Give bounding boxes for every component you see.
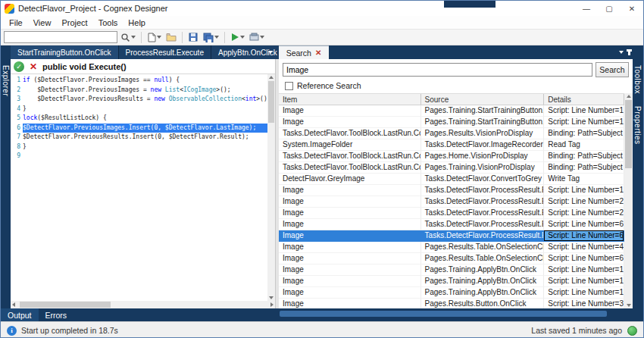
tab-processresult-execute[interactable]: ProcessResult.Execute: [119, 45, 211, 59]
editor-header: ✓ ✕ public void Execute(): [11, 59, 275, 74]
pin-icon[interactable]: [628, 49, 630, 55]
code-line[interactable]: [23, 152, 267, 161]
cell-item: System.ImageFolder: [279, 139, 421, 151]
search-button[interactable]: Search: [596, 62, 629, 77]
sidebar-tab-properties[interactable]: Properties: [633, 100, 642, 151]
menu-project[interactable]: Project: [56, 18, 92, 27]
menu-view[interactable]: View: [28, 18, 57, 27]
cell-details: Script: Line Number=6: [544, 230, 624, 242]
sidebar-tab-toolbox[interactable]: Toolbox: [633, 59, 642, 100]
code-line[interactable]: }: [23, 142, 267, 152]
method-signature: public void Execute(): [42, 62, 127, 71]
search-result-row[interactable]: Tasks.DetectFlavor.ToolBlock.LastRun.Cog…: [279, 162, 624, 174]
column-header-details[interactable]: Details: [544, 94, 624, 105]
close-button[interactable]: ✕: [621, 1, 643, 16]
line-number: 7: [11, 133, 20, 142]
accept-script-button[interactable]: ✓: [14, 61, 24, 72]
cancel-script-button[interactable]: ✕: [28, 61, 39, 72]
cell-details: Read Tag: [544, 139, 624, 151]
reference-search-checkbox[interactable]: [285, 82, 293, 90]
cell-item: Image: [279, 208, 421, 219]
cell-item: Image: [279, 105, 421, 117]
editor-vscrollbar[interactable]: [267, 74, 275, 301]
search-result-row[interactable]: ImagePages.Training.ApplyBtn.OnClickScri…: [279, 276, 624, 287]
new-script-icon[interactable]: [145, 30, 163, 44]
tab-starttrainingbutton-onclick[interactable]: StartTrainingButton.OnClick: [11, 45, 119, 59]
toolbar-separator: [141, 32, 142, 43]
deploy-icon[interactable]: [248, 30, 266, 44]
scrollbar-thumb[interactable]: [625, 100, 632, 168]
code-line[interactable]: $DetectFlavor.PreviousResults = new Obse…: [23, 95, 267, 105]
search-result-row[interactable]: ImagePages.Training.ApplyBtn.OnClickScri…: [279, 287, 624, 299]
menu-file[interactable]: File: [4, 18, 28, 27]
scroll-down-icon[interactable]: [627, 304, 631, 307]
code-line[interactable]: $DetectFlavor.PreviousResults.Insert(0, …: [23, 133, 267, 142]
search-result-row[interactable]: ImageTasks.DetectFlavor.ProcessResult.Ex…: [279, 196, 624, 208]
scrollbar-thumb[interactable]: [268, 81, 274, 123]
editor-hscrollbar[interactable]: [11, 301, 275, 308]
cell-details: Binding: Path=Subject: [544, 128, 624, 139]
search-icon[interactable]: [119, 30, 137, 44]
search-result-row[interactable]: ImageTasks.DetectFlavor.ProcessResult.Ex…: [279, 219, 624, 230]
scroll-down-icon[interactable]: [269, 296, 274, 299]
script-editor: ✓ ✕ public void Execute() 123456789 if (…: [11, 59, 276, 308]
search-result-row[interactable]: ImagePages.Training.StartTrainingButton.…: [279, 117, 624, 128]
status-bar: i Start up completed in 18.7s Last saved…: [1, 321, 643, 338]
titlebar-artifact: [444, 1, 496, 8]
code-line[interactable]: if ($DetectFlavor.PreviousImages == null…: [23, 76, 267, 86]
scroll-right-icon[interactable]: [270, 302, 274, 307]
code-line[interactable]: $DetectFlavor.PreviousImages = new List<…: [23, 86, 267, 95]
tab-search[interactable]: Search ✕: [279, 45, 329, 59]
menu-help[interactable]: Help: [123, 18, 151, 27]
results-hscrollbar-thumb[interactable]: [280, 311, 607, 317]
scrollbar-thumb[interactable]: [20, 302, 111, 308]
cell-item: Image: [279, 253, 421, 264]
save-all-caret-icon[interactable]: [214, 36, 219, 39]
column-header-item[interactable]: Item: [279, 94, 421, 105]
search-input[interactable]: [283, 63, 592, 77]
maximize-button[interactable]: ▢: [598, 1, 621, 16]
cell-source: Tasks.DetectFlavor.ProcessResult.Execute: [421, 230, 545, 242]
quick-search-input[interactable]: [4, 31, 117, 43]
cell-item: Tasks.DetectFlavor.ToolBlock.LastRun.Cog…: [279, 162, 421, 174]
search-result-row[interactable]: ImageTasks.DetectFlavor.ProcessResult.Ex…: [279, 230, 624, 242]
search-result-row[interactable]: Tasks.DetectFlavor.ToolBlock.LastRun.Cog…: [279, 128, 624, 139]
sidebar-tab-explorer[interactable]: Explorer: [1, 59, 11, 102]
search-result-row[interactable]: ImagePages.Training.StartTrainingButton.…: [279, 105, 624, 117]
code-line[interactable]: }: [23, 105, 267, 114]
scroll-up-icon[interactable]: [269, 76, 274, 79]
column-header-source[interactable]: Source: [421, 94, 545, 105]
menu-tools[interactable]: Tools: [93, 18, 123, 27]
tab-list-caret-icon[interactable]: [268, 51, 273, 54]
tab-applybtn-onclick[interactable]: ApplyBtn.OnClick: [211, 45, 285, 59]
save-all-icon[interactable]: [202, 30, 220, 44]
save-icon[interactable]: [186, 30, 200, 44]
run-icon[interactable]: [229, 30, 246, 44]
search-result-row[interactable]: ImageTasks.DetectFlavor.ProcessResult.Ex…: [279, 185, 624, 196]
deploy-caret-icon[interactable]: [260, 36, 264, 39]
search-result-row[interactable]: ImagePages.Results.Table.OnSelectionChan…: [279, 253, 624, 264]
search-result-row[interactable]: System.ImageFolderTasks.DetectFlavor.Ima…: [279, 139, 624, 151]
code-lines[interactable]: if ($DetectFlavor.PreviousImages == null…: [23, 74, 267, 301]
search-result-row[interactable]: DetectFlavor.GreyImageTasks.DetectFlavor…: [279, 174, 624, 185]
search-result-row[interactable]: ImagePages.Results.Button.OnClickScript:…: [279, 299, 624, 308]
open-file-icon[interactable]: [164, 30, 178, 44]
tab-errors[interactable]: Errors: [39, 308, 74, 321]
panel-menu-caret-icon[interactable]: [619, 51, 624, 54]
code-line[interactable]: lock($ResultListLock) {: [23, 114, 267, 124]
search-result-row[interactable]: Tasks.DetectFlavor.ToolBlock.LastRun.Cog…: [279, 151, 624, 162]
scroll-left-icon[interactable]: [12, 302, 15, 307]
close-search-tab-icon[interactable]: ✕: [315, 49, 321, 57]
new-script-caret-icon[interactable]: [157, 36, 161, 39]
cell-source: Pages.Results.Button.OnClick: [421, 299, 545, 308]
scroll-up-icon[interactable]: [627, 95, 631, 98]
search-options-caret-icon[interactable]: [131, 36, 136, 39]
tab-output[interactable]: Output: [1, 308, 39, 321]
search-result-row[interactable]: ImageTasks.DetectFlavor.ProcessResult.Ex…: [279, 208, 624, 219]
minimize-button[interactable]: —: [575, 1, 598, 16]
code-line[interactable]: $DetectFlavor.PreviousImages.Insert(0, $…: [23, 124, 267, 133]
search-result-row[interactable]: ImagePages.Results.Table.OnSelectionChan…: [279, 242, 624, 253]
run-options-caret-icon[interactable]: [240, 36, 245, 39]
results-vscrollbar[interactable]: [624, 93, 633, 308]
search-result-row[interactable]: ImagePages.Training.ApplyBtn.OnClickScri…: [279, 264, 624, 276]
